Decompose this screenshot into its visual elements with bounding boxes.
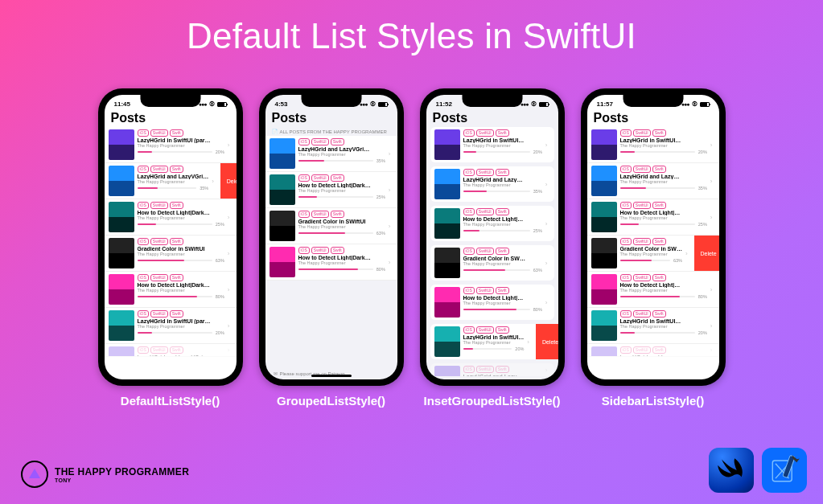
- delete-button[interactable]: Delete: [536, 324, 558, 359]
- progress-bar: [298, 196, 373, 198]
- delete-button[interactable]: Delete: [220, 163, 237, 199]
- tag-badge: Swift: [170, 310, 183, 318]
- chevron-right-icon: ›: [710, 178, 715, 185]
- posts-list[interactable]: iOSSwiftUISwiftLazyHGrid in SwiftUI…The …: [426, 127, 558, 379]
- posts-list[interactable]: iOSSwiftUISwiftLazyHGrid in SwiftUI…The …: [587, 127, 719, 379]
- list-item[interactable]: iOSSwiftUISwiftHow to Detect Light|Dark……: [105, 272, 237, 308]
- list-item[interactable]: iOSSwiftUISwiftLazyHGrid and Lazy…The Ha…: [587, 163, 719, 199]
- tag-badge: Swift: [331, 247, 344, 254]
- chevron-right-icon: ›: [228, 286, 232, 293]
- list-item[interactable]: iOSSwiftUISwiftHow to Detect Light|…The …: [430, 206, 554, 241]
- list-item[interactable]: iOSSwiftUISwiftLazyHGrid and Lazy…The Ha…: [430, 166, 554, 202]
- posts-list[interactable]: iOSSwiftUISwiftLazyHGrid in SwiftUI (par…: [105, 127, 237, 379]
- list-item[interactable]: iOSSwiftUISwiftLazyHGrid in SwiftUI…The …: [587, 308, 719, 344]
- progress-bar: [620, 332, 695, 334]
- list-item[interactable]: iOSSwiftUISwiftGradient Color in SWiftUI…: [105, 236, 237, 272]
- tag-badge: iOS: [620, 310, 632, 318]
- swiftui-icon: [709, 448, 754, 493]
- post-subtitle: The Happy Programmer: [620, 179, 707, 184]
- posts-list[interactable]: iOSSwiftUISwiftLazyHGrid and LazyVGri…Th…: [265, 136, 397, 367]
- tag-badge: SwiftUI: [633, 274, 651, 281]
- progress-bar: [138, 296, 212, 297]
- post-subtitle: The Happy Programmer: [298, 188, 385, 193]
- tag-badge: SwiftUI: [476, 129, 494, 137]
- tag-badge: iOS: [138, 202, 149, 209]
- post-thumbnail: [109, 238, 134, 268]
- progress-percent: 20%: [216, 150, 224, 154]
- tag-badge: iOS: [620, 346, 632, 354]
- list-item[interactable]: iOSSwiftUISwiftLazyHGrid in SwiftUI…The …: [430, 324, 554, 359]
- battery-icon: [539, 102, 549, 107]
- list-item[interactable]: iOSSwiftUISwiftLazyHGrid in SwiftUI (par…: [105, 308, 237, 344]
- tag-badge: iOS: [620, 166, 632, 173]
- progress-bar: [463, 230, 530, 232]
- post-subtitle: The Happy Programmer: [138, 288, 224, 293]
- battery-icon: [378, 102, 388, 107]
- tag-badge: SwiftUI: [633, 202, 651, 209]
- list-item[interactable]: iOSSwiftUISwiftHow to Detect Light|Dark……: [265, 244, 397, 281]
- chevron-right-icon: ›: [212, 178, 216, 185]
- progress-percent: 35%: [533, 189, 542, 194]
- post-title: LazyHGrid and LazyVGri…: [298, 146, 385, 152]
- doc-icon: 📄: [272, 129, 278, 134]
- page-title: Default List Styles in SwiftUI: [0, 0, 823, 56]
- list-item[interactable]: iOSSwiftUISwiftHow to Detect Light|…The …: [587, 199, 719, 236]
- tag-badge: Swift: [170, 274, 183, 281]
- tag-badge: Swift: [496, 287, 509, 294]
- signal-icon: ●●●: [199, 101, 207, 107]
- list-item[interactable]: iOSSwiftUISwiftLazyHGrid and LazyVGri…Th…: [265, 136, 397, 172]
- list-item[interactable]: iOSSwiftUISwiftHow to Detect Light|Dark……: [265, 172, 397, 208]
- list-item[interactable]: iOSSwiftUISwiftLazyHGrid and Lazy…The Ha…: [587, 344, 719, 357]
- list-item[interactable]: iOSSwiftUISwiftGradient Color in SWiftUI…: [265, 208, 397, 244]
- tag-badge: SwiftUI: [150, 129, 168, 137]
- tag-badge: iOS: [298, 211, 310, 218]
- tag-badge: SwiftUI: [633, 129, 651, 137]
- list-item[interactable]: iOSSwiftUISwiftGradient Color in SW…The …: [430, 245, 554, 281]
- list-item[interactable]: iOSSwiftUISwiftHow to Detect Light|…The …: [587, 272, 719, 308]
- post-thumbnail: [434, 287, 460, 318]
- post-thumbnail: [591, 274, 617, 305]
- progress-percent: 63%: [673, 258, 682, 263]
- post-thumbnail: [591, 166, 617, 196]
- post-title: How to Detect Light|Dark…: [298, 255, 385, 260]
- progress-bar: [463, 269, 530, 271]
- tag-badge: SwiftUI: [150, 238, 168, 245]
- post-thumbnail: [434, 129, 460, 160]
- tag-badge: iOS: [298, 174, 310, 182]
- chevron-right-icon: ›: [710, 322, 715, 330]
- post-subtitle: The Happy Programmer: [463, 143, 542, 148]
- list-item[interactable]: iOSSwiftUISwiftLazyHGrid and Lazy…The Ha…: [430, 363, 554, 376]
- list-item[interactable]: iOSSwiftUISwiftLazyHGrid in SwiftUI (par…: [105, 127, 237, 163]
- tag-badge: Swift: [652, 202, 666, 209]
- list-item[interactable]: iOSSwiftUISwiftLazyHGrid and LazyVGri…Th…: [105, 163, 237, 199]
- chevron-right-icon: ›: [228, 346, 232, 354]
- signal-icon: ●●●: [681, 101, 689, 107]
- progress-bar: [298, 232, 373, 234]
- tag-badge: SwiftUI: [311, 138, 329, 145]
- list-item[interactable]: iOSSwiftUISwiftLazyHGrid in SwiftUI…The …: [430, 127, 554, 162]
- tag-badge: SwiftUI: [476, 326, 494, 334]
- tag-badge: iOS: [620, 129, 632, 137]
- post-thumbnail: [434, 169, 460, 199]
- tag-badge: iOS: [463, 248, 475, 255]
- progress-percent: 35%: [377, 158, 385, 163]
- list-item[interactable]: iOSSwiftUISwiftLazyHGrid and LazyVGri…Th…: [105, 344, 237, 357]
- delete-button[interactable]: Delete: [694, 236, 719, 271]
- tag-badge: Swift: [170, 166, 183, 173]
- post-thumbnail: [270, 247, 295, 277]
- list-item[interactable]: iOSSwiftUISwiftLazyHGrid in SwiftUI…The …: [587, 127, 719, 163]
- status-time: 11:45: [114, 100, 130, 108]
- post-subtitle: The Happy Programmer: [138, 252, 224, 256]
- tag-badge: iOS: [138, 238, 149, 245]
- tool-icons: [709, 448, 807, 493]
- post-thumbnail: [109, 274, 134, 305]
- list-item[interactable]: iOSSwiftUISwiftHow to Detect Light|Dark……: [105, 199, 237, 236]
- list-item[interactable]: iOSSwiftUISwiftGradient Color in SW…The …: [587, 236, 719, 272]
- progress-percent: 25%: [377, 195, 385, 199]
- tag-badge: Swift: [170, 346, 183, 354]
- list-item[interactable]: iOSSwiftUISwiftHow to Detect Light|…The …: [430, 285, 554, 320]
- post-subtitle: The Happy Programmer: [298, 224, 385, 229]
- style-label: DefaultListStyle(): [121, 394, 220, 408]
- chevron-right-icon: ›: [228, 250, 232, 257]
- chevron-right-icon: ›: [545, 220, 550, 227]
